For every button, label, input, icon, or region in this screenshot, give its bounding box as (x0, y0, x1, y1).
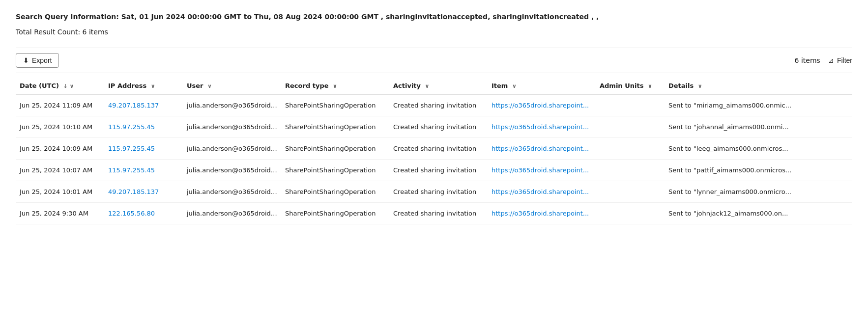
col-header-activity[interactable]: Activity ∨ (389, 77, 488, 95)
col-header-record-type[interactable]: Record type ∨ (281, 77, 389, 95)
cell-record-type: SharePointSharingOperation (281, 95, 389, 116)
export-label: Export (32, 56, 52, 64)
col-header-item[interactable]: Item ∨ (488, 77, 596, 95)
cell-item: https://o365droid.sharepoint... (488, 95, 596, 116)
col-record-label: Record type (285, 82, 329, 89)
cell-date: Jun 25, 2024 10:07 AM (16, 160, 104, 181)
cell-user: julia.anderson@o365droid.o... (183, 203, 281, 224)
col-header-ip[interactable]: IP Address ∨ (104, 77, 183, 95)
toolbar: ⬇ Export 6 items ⊿ Filter (16, 48, 852, 73)
cell-admin-units (596, 160, 665, 181)
col-header-user[interactable]: User ∨ (183, 77, 281, 95)
cell-user: julia.anderson@o365droid.o... (183, 181, 281, 203)
col-ip-label: IP Address (108, 82, 146, 89)
cell-ip: 115.97.255.45 (104, 116, 183, 138)
search-query-label: Search Query Information: (16, 13, 119, 21)
col-details-label: Details (668, 82, 694, 89)
col-item-label: Item (492, 82, 508, 89)
filter-button[interactable]: ⊿ Filter (828, 56, 852, 64)
cell-user: julia.anderson@o365droid.o... (183, 160, 281, 181)
col-ip-sort-icon: ∨ (151, 83, 155, 89)
cell-details: Sent to "miriamg_aimams000.onmic... (665, 95, 852, 116)
col-admin-label: Admin Units (600, 82, 643, 89)
col-activity-sort-icon: ∨ (425, 83, 430, 89)
col-activity-label: Activity (393, 82, 421, 89)
total-count: Total Result Count: 6 items (16, 28, 852, 36)
search-query-value: Sat, 01 Jun 2024 00:00:00 GMT to Thu, 08… (121, 13, 599, 21)
col-details-sort-icon: ∨ (698, 83, 702, 89)
cell-item: https://o365droid.sharepoint... (488, 203, 596, 224)
col-header-date[interactable]: Date (UTC) ↓ ∨ (16, 77, 104, 95)
table-header-row: Date (UTC) ↓ ∨ IP Address ∨ User ∨ Recor… (16, 77, 852, 95)
cell-record-type: SharePointSharingOperation (281, 181, 389, 203)
filter-label: Filter (837, 56, 852, 64)
cell-date: Jun 25, 2024 10:10 AM (16, 116, 104, 138)
items-count: 6 items (795, 56, 820, 64)
filter-icon: ⊿ (828, 56, 834, 64)
cell-activity: Created sharing invitation (389, 181, 488, 203)
cell-details: Sent to "johannal_aimams000.onmi... (665, 116, 852, 138)
cell-user: julia.anderson@o365droid.o... (183, 138, 281, 160)
col-user-sort-icon: ∨ (207, 83, 212, 89)
total-count-value: 6 items (83, 28, 108, 36)
cell-user: julia.anderson@o365droid.o... (183, 95, 281, 116)
table-row: Jun 25, 2024 10:01 AM49.207.185.137julia… (16, 181, 852, 203)
table-row: Jun 25, 2024 10:10 AM115.97.255.45julia.… (16, 116, 852, 138)
cell-activity: Created sharing invitation (389, 138, 488, 160)
col-header-details[interactable]: Details ∨ (665, 77, 852, 95)
cell-activity: Created sharing invitation (389, 203, 488, 224)
col-date-sort-icon: ↓ ∨ (63, 83, 74, 89)
cell-date: Jun 25, 2024 10:01 AM (16, 181, 104, 203)
cell-activity: Created sharing invitation (389, 160, 488, 181)
cell-admin-units (596, 116, 665, 138)
col-record-sort-icon: ∨ (333, 83, 337, 89)
cell-details: Sent to "lynner_aimams000.onmicro... (665, 181, 852, 203)
cell-activity: Created sharing invitation (389, 116, 488, 138)
cell-activity: Created sharing invitation (389, 95, 488, 116)
cell-details: Sent to "johnjack12_aimams000.on... (665, 203, 852, 224)
col-date-label: Date (UTC) (20, 82, 59, 89)
cell-ip: 122.165.56.80 (104, 203, 183, 224)
col-item-sort-icon: ∨ (512, 83, 517, 89)
cell-ip: 115.97.255.45 (104, 138, 183, 160)
cell-date: Jun 25, 2024 11:09 AM (16, 95, 104, 116)
cell-ip: 115.97.255.45 (104, 160, 183, 181)
cell-record-type: SharePointSharingOperation (281, 116, 389, 138)
cell-admin-units (596, 181, 665, 203)
cell-date: Jun 25, 2024 10:09 AM (16, 138, 104, 160)
toolbar-right: 6 items ⊿ Filter (795, 56, 852, 64)
table-row: Jun 25, 2024 9:30 AM122.165.56.80julia.a… (16, 203, 852, 224)
cell-admin-units (596, 203, 665, 224)
cell-item: https://o365droid.sharepoint... (488, 116, 596, 138)
cell-admin-units (596, 95, 665, 116)
cell-date: Jun 25, 2024 9:30 AM (16, 203, 104, 224)
cell-ip: 49.207.185.137 (104, 181, 183, 203)
col-admin-sort-icon: ∨ (648, 83, 652, 89)
cell-user: julia.anderson@o365droid.o... (183, 116, 281, 138)
total-count-label: Total Result Count: (16, 28, 80, 36)
search-query-info: Search Query Information: Sat, 01 Jun 20… (16, 12, 851, 22)
table-row: Jun 25, 2024 11:09 AM49.207.185.137julia… (16, 95, 852, 116)
cell-item: https://o365droid.sharepoint... (488, 160, 596, 181)
cell-admin-units (596, 138, 665, 160)
col-user-label: User (187, 82, 203, 89)
cell-item: https://o365droid.sharepoint... (488, 138, 596, 160)
results-table: Date (UTC) ↓ ∨ IP Address ∨ User ∨ Recor… (16, 77, 852, 224)
cell-details: Sent to "pattif_aimams000.onmicros... (665, 160, 852, 181)
export-icon: ⬇ (23, 56, 29, 64)
cell-record-type: SharePointSharingOperation (281, 138, 389, 160)
cell-details: Sent to "leeg_aimams000.onmicros... (665, 138, 852, 160)
table-row: Jun 25, 2024 10:09 AM115.97.255.45julia.… (16, 138, 852, 160)
table-row: Jun 25, 2024 10:07 AM115.97.255.45julia.… (16, 160, 852, 181)
cell-record-type: SharePointSharingOperation (281, 203, 389, 224)
cell-ip: 49.207.185.137 (104, 95, 183, 116)
cell-item: https://o365droid.sharepoint... (488, 181, 596, 203)
cell-record-type: SharePointSharingOperation (281, 160, 389, 181)
col-header-admin-units[interactable]: Admin Units ∨ (596, 77, 665, 95)
export-button[interactable]: ⬇ Export (16, 53, 59, 68)
